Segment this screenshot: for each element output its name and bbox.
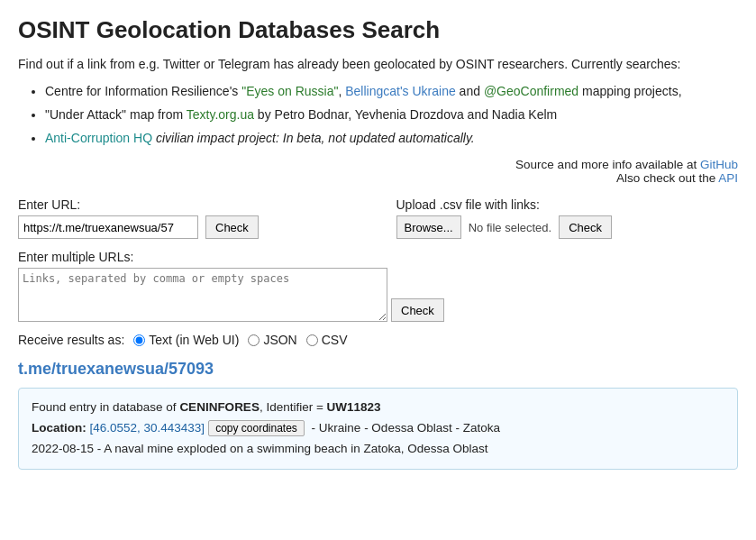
- source-info-line: Source and more info available at GitHub…: [18, 158, 738, 185]
- api-link[interactable]: API: [718, 171, 738, 185]
- coordinates-link[interactable]: [46.0552, 30.443433]: [90, 421, 205, 435]
- option-csv-radio[interactable]: [306, 334, 318, 346]
- result-url-link-display: t.me/truexanewsua/57093: [18, 360, 738, 379]
- result-url-link[interactable]: t.me/truexanewsua/57093: [18, 360, 214, 378]
- source-item-2: "Under Attack" map from Texty.org.ua by …: [45, 105, 738, 126]
- url-col: Enter URL: Check: [18, 197, 360, 239]
- source-item-3: Anti-Corruption HQ civilian impact proje…: [45, 128, 738, 150]
- bellingcat-link[interactable]: Bellingcat's Ukraine: [345, 84, 456, 98]
- page-title: OSINT Geolocation Databases Search: [18, 16, 738, 44]
- source-item-1: Centre for Information Resilience's "Eye…: [45, 81, 738, 103]
- option-json-span: JSON: [263, 333, 296, 347]
- file-section: Browse... No file selected. Check: [396, 215, 739, 239]
- option-text-span: Text (in Web UI): [149, 333, 239, 347]
- upload-col: Upload .csv file with links: Browse... N…: [396, 197, 739, 239]
- multi-check-button[interactable]: Check: [391, 298, 444, 322]
- url-label: Enter URL:: [18, 197, 360, 212]
- eyes-on-russia-link[interactable]: "Eyes on Russia": [241, 84, 338, 98]
- url-check-button[interactable]: Check: [205, 215, 259, 239]
- receive-row: Receive results as: Text (in Web UI) JSO…: [18, 333, 738, 347]
- upload-label: Upload .csv file with links:: [396, 197, 739, 212]
- no-file-label: No file selected.: [469, 221, 552, 234]
- option-csv-label[interactable]: CSV: [306, 333, 348, 347]
- textarea-row: Check: [18, 268, 738, 322]
- multi-url-label: Enter multiple URLs:: [18, 250, 738, 264]
- database-name: CENINFORES: [179, 400, 260, 414]
- anti-corruption-link[interactable]: Anti-Corruption HQ: [45, 131, 152, 145]
- option-json-label[interactable]: JSON: [248, 333, 296, 347]
- result-line-2: Location: [46.0552, 30.443433]copy coord…: [32, 418, 724, 439]
- multi-url-section: Enter multiple URLs: Check: [18, 250, 738, 322]
- url-form-row: Check: [18, 215, 360, 239]
- sources-list: Centre for Information Resilience's "Eye…: [45, 81, 738, 149]
- page-description: Find out if a link from e.g. Twitter or …: [18, 55, 738, 74]
- receive-label: Receive results as:: [18, 333, 124, 347]
- result-line-3: 2022-08-15 - A naval mine exploded on a …: [32, 439, 724, 460]
- option-text-label[interactable]: Text (in Web UI): [133, 333, 239, 347]
- geoconfirmed-link[interactable]: @GeoConfirmed: [484, 84, 578, 98]
- option-text-radio[interactable]: [133, 334, 145, 346]
- url-input[interactable]: [18, 215, 198, 239]
- multi-url-textarea[interactable]: [18, 268, 387, 322]
- github-link[interactable]: GitHub: [700, 158, 738, 171]
- option-csv-span: CSV: [322, 333, 348, 347]
- result-line-1: Found entry in database of CENINFORES, I…: [32, 398, 724, 418]
- texty-link[interactable]: Texty.org.ua: [187, 107, 254, 122]
- option-json-radio[interactable]: [248, 334, 260, 346]
- copy-coordinates-button[interactable]: copy coordinates: [208, 420, 305, 436]
- top-form-row: Enter URL: Check Upload .csv file with l…: [18, 197, 738, 239]
- identifier: UW11823: [327, 400, 381, 414]
- result-box: Found entry in database of CENINFORES, I…: [18, 388, 738, 470]
- location-label: Location:: [32, 421, 90, 435]
- browse-button[interactable]: Browse...: [396, 215, 461, 239]
- upload-check-button[interactable]: Check: [559, 215, 612, 239]
